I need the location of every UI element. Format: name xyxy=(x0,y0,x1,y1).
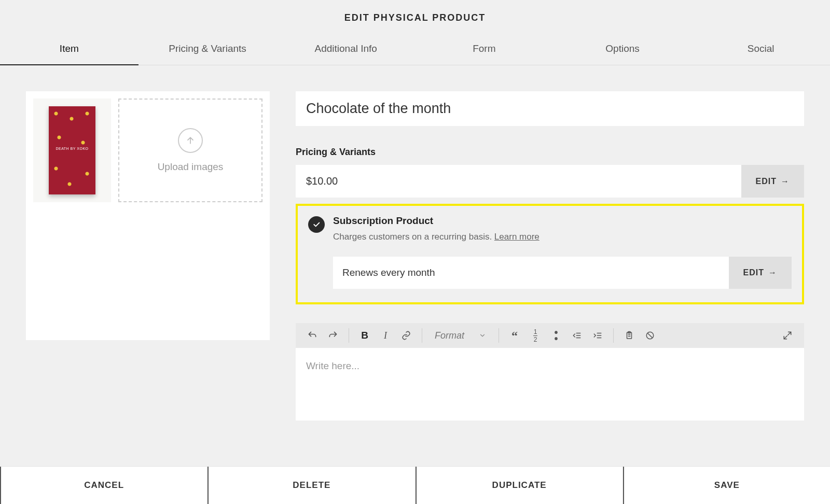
edit-label: EDIT xyxy=(743,268,764,277)
format-dropdown[interactable]: Format xyxy=(427,330,493,341)
chocolate-bar-graphic: DEATH BY XOKO xyxy=(49,106,95,194)
pricing-row: $10.00 EDIT → xyxy=(296,165,804,198)
product-name-input[interactable] xyxy=(296,91,804,126)
tab-pricing-variants[interactable]: Pricing & Variants xyxy=(139,33,277,65)
clear-format-icon[interactable] xyxy=(640,323,660,348)
product-image-thumbnail[interactable]: DEATH BY XOKO xyxy=(33,99,111,202)
upload-arrow-icon xyxy=(178,128,203,153)
tab-item[interactable]: Item xyxy=(0,33,139,65)
quote-icon[interactable]: “ xyxy=(504,323,525,348)
clipboard-icon[interactable] xyxy=(619,323,640,348)
delete-button[interactable]: DELETE xyxy=(208,467,415,504)
tab-social[interactable]: Social xyxy=(691,33,830,65)
duplicate-button[interactable]: DUPLICATE xyxy=(416,467,623,504)
italic-icon[interactable]: I xyxy=(375,323,396,348)
link-icon[interactable] xyxy=(396,323,417,348)
subscription-highlight: Subscription Product Charges customers o… xyxy=(296,204,804,304)
images-panel: DEATH BY XOKO Upload images xyxy=(26,91,270,340)
outdent-icon[interactable] xyxy=(566,323,587,348)
subscription-description: Charges customers on a recurring basis. … xyxy=(333,232,540,242)
bullet-list-icon[interactable]: •• xyxy=(546,323,566,348)
toolbar-separator xyxy=(349,328,349,343)
save-button[interactable]: SAVE xyxy=(623,467,830,504)
toolbar-separator xyxy=(613,328,614,343)
tab-options[interactable]: Options xyxy=(554,33,692,65)
thumb-label-text: DEATH BY XOKO xyxy=(49,147,95,150)
indent-icon[interactable] xyxy=(587,323,608,348)
chevron-down-icon xyxy=(479,332,486,339)
cancel-button[interactable]: CANCEL xyxy=(0,467,208,504)
numbered-list-icon[interactable]: 12 xyxy=(525,323,546,348)
subscription-title: Subscription Product xyxy=(333,215,540,227)
learn-more-link[interactable]: Learn more xyxy=(494,232,540,242)
description-editor[interactable]: Write here... xyxy=(296,348,804,421)
editor-toolbar: B I Format “ 12 •• xyxy=(296,323,804,348)
undo-icon[interactable] xyxy=(302,323,323,348)
toolbar-separator xyxy=(499,328,499,343)
arrow-right-icon: → xyxy=(781,177,790,186)
renewal-text: Renews every month xyxy=(333,257,729,289)
checkmark-icon xyxy=(312,220,321,229)
toolbar-separator xyxy=(422,328,422,343)
page-title: EDIT PHYSICAL PRODUCT xyxy=(0,0,830,33)
footer-bar: CANCEL DELETE DUPLICATE SAVE xyxy=(0,466,830,504)
tab-additional-info[interactable]: Additional Info xyxy=(276,33,415,65)
renewal-edit-button[interactable]: EDIT → xyxy=(729,257,792,289)
tabs-bar: Item Pricing & Variants Additional Info … xyxy=(0,33,830,65)
subscription-checkbox[interactable] xyxy=(308,216,325,233)
edit-label: EDIT xyxy=(756,177,777,186)
pricing-edit-button[interactable]: EDIT → xyxy=(741,165,804,198)
expand-icon[interactable] xyxy=(777,323,798,348)
bold-icon[interactable]: B xyxy=(354,323,375,348)
price-value: $10.00 xyxy=(296,165,741,198)
subscription-desc-text: Charges customers on a recurring basis. xyxy=(333,232,494,242)
upload-images-button[interactable]: Upload images xyxy=(118,99,262,202)
pricing-section-label: Pricing & Variants xyxy=(296,147,804,158)
renewal-row: Renews every month EDIT → xyxy=(333,257,792,289)
redo-icon[interactable] xyxy=(323,323,343,348)
format-label: Format xyxy=(435,330,464,341)
arrow-right-icon: → xyxy=(768,268,777,277)
upload-label: Upload images xyxy=(158,161,224,173)
tab-form[interactable]: Form xyxy=(415,33,554,65)
